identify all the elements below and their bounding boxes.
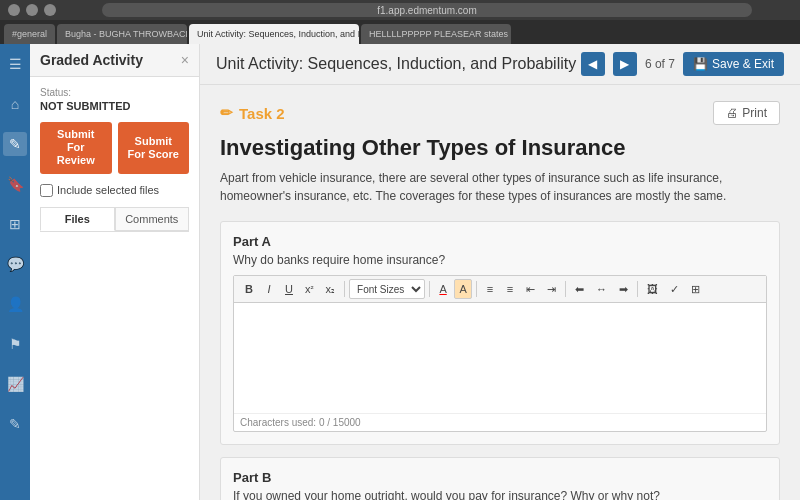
table-button[interactable]: ⊞ [686,279,705,299]
submit-buttons: Submit For Review Submit For Score [40,122,189,174]
status-value: NOT SUBMITTED [40,100,189,112]
toolbar-divider-4 [565,281,566,297]
page-title: Unit Activity: Sequences, Induction, and… [216,55,576,73]
submit-for-review-button[interactable]: Submit For Review [40,122,112,174]
browser-tab-bugha[interactable]: Bugha - BUGHA THROWBACK CUP in NA East -… [57,24,187,44]
person-icon[interactable]: 👤 [3,292,27,316]
printer-icon: 🖨 [726,106,738,120]
chat-icon[interactable]: 💬 [3,252,27,276]
char-count-a: Characters used: 0 / 15000 [234,413,766,431]
toolbar-divider-5 [637,281,638,297]
task-header: ✏ Task 2 🖨 Print [220,101,780,125]
font-size-select[interactable]: Font Sizes [349,279,425,299]
sidebar: Graded Activity × Status: NOT SUBMITTED … [30,44,200,500]
print-button[interactable]: 🖨 Print [713,101,780,125]
align-left-button[interactable]: ⬅ [570,279,589,299]
browser-btn-1 [8,4,20,16]
browser-btn-3 [44,4,56,16]
question-block-part-b: Part B If you owned your home outright, … [220,457,780,500]
indent-more-button[interactable]: ⇥ [542,279,561,299]
editor-part-a: B I U x² x₂ Font Sizes A A ≡ [233,275,767,432]
sidebar-body: Status: NOT SUBMITTED Submit For Review … [30,77,199,242]
main-content: Unit Activity: Sequences, Induction, and… [200,44,800,500]
pencil-task-icon: ✏ [220,104,233,122]
nav-prev-button[interactable]: ◀ [581,52,605,76]
content-area: ✏ Task 2 🖨 Print Investigating Other Typ… [200,85,800,500]
font-color-button[interactable]: A [434,279,452,299]
page-indicator: 6 of 7 [645,57,675,71]
save-exit-button[interactable]: 💾 Save & Exit [683,52,784,76]
task-description: Apart from vehicle insurance, there are … [220,169,780,205]
align-center-button[interactable]: ↔ [591,279,612,299]
superscript-button[interactable]: x² [300,279,319,299]
underline-button[interactable]: U [280,279,298,299]
status-label: Status: [40,87,189,98]
grid-icon[interactable]: ⊞ [3,212,27,236]
edit-icon[interactable]: ✎ [3,132,27,156]
include-files-checkbox[interactable] [40,184,53,197]
subscript-button[interactable]: x₂ [321,279,341,299]
icon-bar: ☰ ⌂ ✎ 🔖 ⊞ 💬 👤 ⚑ 📈 ✎ [0,44,30,500]
italic-button[interactable]: I [260,279,278,299]
floppy-icon: 💾 [693,57,708,71]
submit-for-score-button[interactable]: Submit For Score [118,122,190,174]
editor-body-a[interactable] [234,303,766,413]
browser-tab-insurance[interactable]: HELLLLPPPPP PLEASEAR states require car … [361,24,511,44]
pencil-icon[interactable]: ✎ [3,412,27,436]
browser-btn-2 [26,4,38,16]
image-button[interactable]: 🖼 [642,279,663,299]
task-main-title: Investigating Other Types of Insurance [220,135,780,161]
graph-icon[interactable]: 📈 [3,372,27,396]
address-bar[interactable]: f1.app.edmentum.com [102,3,752,17]
toolbar-divider-1 [344,281,345,297]
tab-comments[interactable]: Comments [115,207,190,231]
include-files-label: Include selected files [57,184,159,196]
part-a-label: Part A [233,234,767,249]
sidebar-tabs: Files Comments [40,207,189,232]
sidebar-close-button[interactable]: × [181,52,189,68]
part-b-label: Part B [233,470,767,485]
bookmark-icon[interactable]: 🔖 [3,172,27,196]
sidebar-header: Graded Activity × [30,44,199,77]
bg-color-button[interactable]: A [454,279,472,299]
browser-tab-general[interactable]: #general [4,24,55,44]
include-files-row: Include selected files [40,184,189,197]
sidebar-title: Graded Activity [40,52,143,68]
task-label: ✏ Task 2 [220,104,285,122]
part-a-question: Why do banks require home insurance? [233,253,767,267]
browser-tab-unit-activity[interactable]: Unit Activity: Sequences, Induction, and… [189,24,359,44]
editor-toolbar-a: B I U x² x₂ Font Sizes A A ≡ [234,276,766,303]
top-bar-right: ◀ ▶ 6 of 7 💾 Save & Exit [581,52,784,76]
indent-less-button[interactable]: ⇤ [521,279,540,299]
top-bar: Unit Activity: Sequences, Induction, and… [200,44,800,85]
align-right-button[interactable]: ➡ [614,279,633,299]
home-icon[interactable]: ⌂ [3,92,27,116]
flag-icon[interactable]: ⚑ [3,332,27,356]
check-button[interactable]: ✓ [665,279,684,299]
toolbar-divider-2 [429,281,430,297]
menu-icon[interactable]: ☰ [3,52,27,76]
toolbar-divider-3 [476,281,477,297]
bold-button[interactable]: B [240,279,258,299]
ul-button[interactable]: ≡ [481,279,499,299]
browser-chrome: f1.app.edmentum.com [0,0,800,20]
app-layout: ☰ ⌂ ✎ 🔖 ⊞ 💬 👤 ⚑ 📈 ✎ Graded Activity × St… [0,44,800,500]
nav-next-button[interactable]: ▶ [613,52,637,76]
tab-bar: #general Bugha - BUGHA THROWBACK CUP in … [0,20,800,44]
ol-button[interactable]: ≡ [501,279,519,299]
tab-files[interactable]: Files [40,207,115,231]
part-b-question: If you owned your home outright, would y… [233,489,767,500]
question-block-part-a: Part A Why do banks require home insuran… [220,221,780,445]
